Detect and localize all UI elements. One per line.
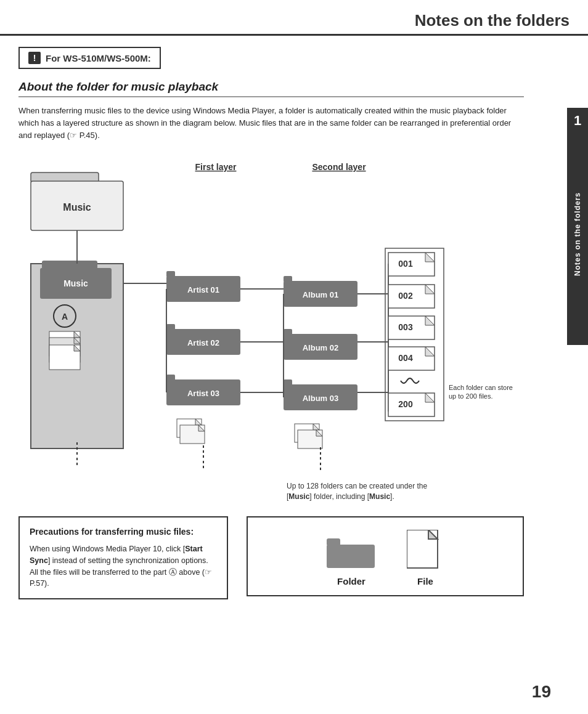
warning-text: For WS-510M/WS-500M: bbox=[46, 53, 151, 63]
precautions-box: Precautions for transferring music files… bbox=[18, 516, 228, 599]
svg-text:200: 200 bbox=[398, 399, 413, 409]
svg-text:Album 01: Album 01 bbox=[303, 290, 339, 299]
svg-rect-81 bbox=[327, 545, 375, 568]
svg-text:[Music] folder, including [Mus: [Music] folder, including [Music]. bbox=[287, 492, 394, 501]
svg-text:Artist 02: Artist 02 bbox=[187, 338, 219, 347]
svg-text:004: 004 bbox=[398, 353, 413, 363]
svg-text:Music: Music bbox=[63, 202, 91, 213]
svg-text:Album 02: Album 02 bbox=[303, 343, 339, 352]
svg-text:Artist 03: Artist 03 bbox=[187, 389, 219, 398]
svg-text:Artist 01: Artist 01 bbox=[187, 285, 219, 294]
warning-box: ! For WS-510M/WS-500M: bbox=[18, 47, 161, 69]
legend-file: File bbox=[407, 530, 444, 586]
folder-label: Folder bbox=[337, 576, 365, 586]
bottom-section: Precautions for transferring music files… bbox=[18, 516, 524, 599]
body-text: When transferring music files to the dev… bbox=[18, 105, 524, 142]
svg-text:Album 03: Album 03 bbox=[303, 394, 339, 403]
svg-text:First layer: First layer bbox=[195, 162, 237, 172]
svg-text:Each folder can store: Each folder can store bbox=[449, 384, 513, 391]
warning-icon: ! bbox=[28, 52, 41, 64]
precautions-title: Precautions for transferring music files… bbox=[30, 526, 217, 538]
file-label: File bbox=[417, 576, 433, 586]
svg-text:Music: Music bbox=[63, 278, 88, 288]
section-heading: About the folder for music playback bbox=[18, 80, 524, 97]
legend-box: Folder File bbox=[247, 516, 524, 596]
page-title-area: Notes on the folders bbox=[0, 0, 588, 36]
svg-rect-4 bbox=[42, 261, 97, 269]
svg-text:Second layer: Second layer bbox=[312, 162, 366, 172]
diagram-area: Music Music A bbox=[18, 153, 524, 510]
sidebar-chapter-number: 1 bbox=[567, 108, 588, 134]
svg-text:001: 001 bbox=[398, 259, 413, 269]
svg-text:002: 002 bbox=[398, 291, 413, 301]
right-sidebar: Notes on the folders bbox=[567, 123, 588, 345]
main-content: ! For WS-510M/WS-500M: About the folder … bbox=[0, 47, 542, 612]
legend-folder: Folder bbox=[327, 530, 376, 586]
file-icon bbox=[407, 530, 444, 570]
diagram-svg: Music Music A bbox=[18, 153, 524, 510]
svg-text:up to 200 files.: up to 200 files. bbox=[449, 392, 493, 400]
svg-text:003: 003 bbox=[398, 322, 413, 332]
svg-text:A: A bbox=[62, 312, 68, 322]
precautions-text: When using Windows Media Player 10, clic… bbox=[30, 543, 217, 590]
sidebar-label: Notes on the folders bbox=[573, 192, 582, 276]
page-title: Notes on the folders bbox=[18, 11, 570, 30]
folder-icon bbox=[327, 530, 376, 570]
svg-text:Up to 128 folders can be creat: Up to 128 folders can be created under t… bbox=[287, 482, 427, 490]
page-number: 19 bbox=[532, 682, 551, 702]
